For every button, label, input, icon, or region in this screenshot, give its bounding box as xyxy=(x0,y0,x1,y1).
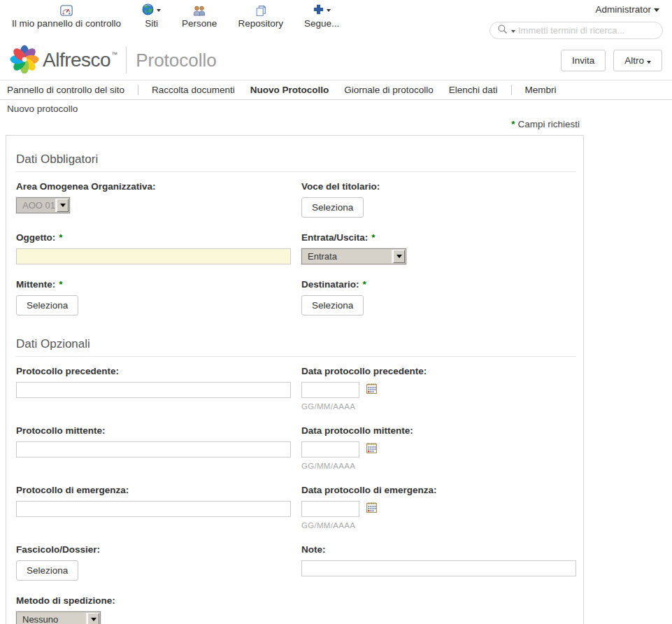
dashboard-icon xyxy=(60,3,73,18)
calendar-icon[interactable] xyxy=(366,383,378,397)
protocollo-precedente-input[interactable] xyxy=(16,382,291,398)
tab-elenchi-dati[interactable]: Elenchi dati xyxy=(441,85,506,95)
data-protocollo-emergenza-label: Data protocollo di emergenza: xyxy=(301,485,576,495)
protocol-form: Dati Obbligatori Area Omogenea Organizza… xyxy=(6,135,584,624)
protocollo-emergenza-input[interactable] xyxy=(16,501,291,517)
voce-titolario-label: Voce del titolario: xyxy=(301,181,576,192)
toolbar-following-label: Segue... xyxy=(304,18,339,29)
field-note: Note: xyxy=(301,544,576,576)
aoo-label: Area Omogenea Organizzativa: xyxy=(16,181,301,192)
user-menu[interactable]: Administrator xyxy=(595,4,659,15)
alfresco-logo: Alfresco ™ xyxy=(10,44,117,76)
more-caret-icon xyxy=(647,61,651,66)
more-button[interactable]: Altro xyxy=(613,50,662,71)
data-protocollo-mittente-input[interactable] xyxy=(301,441,359,458)
data-protocollo-mittente-label: Data protocollo mittente: xyxy=(301,425,576,436)
oggetto-input[interactable] xyxy=(16,248,291,264)
alfresco-flower-icon xyxy=(10,44,39,76)
user-menu-caret-icon xyxy=(654,8,659,15)
dropdown-arrow-icon[interactable] xyxy=(87,613,99,624)
tab-site-dashboard[interactable]: Pannello di controllo del sito xyxy=(7,85,132,95)
required-star-icon: * xyxy=(363,279,366,290)
site-nav: Pannello di controllo del sito Raccolta … xyxy=(0,80,672,100)
calendar-icon[interactable] xyxy=(366,442,378,457)
title-actions: Invita Altro xyxy=(561,50,662,71)
required-star-icon: * xyxy=(59,232,62,243)
protocollo-mittente-label: Protocollo mittente: xyxy=(16,425,301,436)
toolbar-repository-label: Repository xyxy=(238,18,283,29)
fascicolo-seleziona-button[interactable]: Seleziona xyxy=(16,560,78,581)
required-star-icon: * xyxy=(59,279,62,290)
field-mittente: Mittente:* Seleziona xyxy=(16,279,301,315)
data-protocollo-precedente-label: Data protocollo precedente: xyxy=(301,366,576,376)
field-data-protocollo-precedente: Data protocollo precedente: xyxy=(301,366,576,411)
metodo-spedizione-label: Metodo di spedizione: xyxy=(16,595,301,606)
entrata-uscita-select[interactable]: Entrata xyxy=(301,248,406,264)
repository-icon xyxy=(255,3,267,18)
protocollo-mittente-input[interactable] xyxy=(16,441,291,458)
field-protocollo-precedente: Protocollo precedente: xyxy=(16,366,301,398)
sites-globe-icon xyxy=(142,3,154,18)
toolbar-people[interactable]: Persone xyxy=(182,3,217,29)
metodo-spedizione-select[interactable]: Nessuno xyxy=(16,611,101,624)
field-data-protocollo-emergenza: Data protocollo di emergenza: xyxy=(301,485,576,530)
field-protocollo-mittente: Protocollo mittente: xyxy=(16,425,301,458)
alfresco-brand-text: Alfresco xyxy=(43,49,110,71)
sites-caret-icon xyxy=(157,9,161,14)
invite-button[interactable]: Invita xyxy=(561,50,606,71)
field-fascicolo-dossier: Fascicolo/Dossier: Seleziona xyxy=(16,544,301,581)
tab-giornale-protocollo[interactable]: Giornale di protocollo xyxy=(336,85,441,95)
nav-divider xyxy=(138,85,138,95)
app-toolbar: Il mio pannello di controllo Siti xyxy=(0,0,672,41)
aoo-select[interactable]: AOO 01 xyxy=(16,197,70,213)
data-protocollo-emergenza-input[interactable] xyxy=(301,501,359,517)
site-title: Protocollo xyxy=(136,50,217,71)
user-menu-label: Administrator xyxy=(595,4,651,15)
field-destinatario: Destinatario:* Seleziona xyxy=(301,279,576,315)
tab-membri[interactable]: Membri xyxy=(517,85,564,95)
search-icon[interactable] xyxy=(497,24,508,38)
field-protocollo-emergenza: Protocollo di emergenza: xyxy=(16,485,301,517)
destinatario-label: Destinatario: xyxy=(301,279,359,290)
note-label: Note: xyxy=(301,544,576,555)
dropdown-arrow-icon[interactable] xyxy=(57,199,69,212)
date-format-hint: GG/MM/AAAA xyxy=(301,462,576,470)
dropdown-arrow-icon[interactable] xyxy=(393,250,405,263)
search-input[interactable] xyxy=(518,25,655,36)
alfresco-trademark: ™ xyxy=(111,51,117,58)
search-box xyxy=(489,22,663,39)
search-caret-icon[interactable] xyxy=(511,30,515,35)
mittente-seleziona-button[interactable]: Seleziona xyxy=(16,295,78,315)
entrata-uscita-label: Entrata/Uscita: xyxy=(301,232,368,243)
section-dati-obbligatori: Dati Obbligatori xyxy=(16,153,576,172)
field-metodo-spedizione: Metodo di spedizione: Nessuno xyxy=(16,595,301,624)
data-protocollo-precedente-input[interactable] xyxy=(301,382,359,398)
people-icon xyxy=(192,3,206,18)
follow-plus-icon xyxy=(313,4,324,17)
required-fields-legend: *Campi richiesti xyxy=(6,114,584,135)
page-title: Nuovo protocollo xyxy=(0,100,672,114)
mittente-label: Mittente: xyxy=(16,279,55,290)
required-star-icon: * xyxy=(371,232,375,243)
destinatario-seleziona-button[interactable]: Seleziona xyxy=(301,295,364,315)
protocollo-precedente-label: Protocollo precedente: xyxy=(16,366,301,376)
voce-titolario-seleziona-button[interactable]: Seleziona xyxy=(301,197,364,218)
following-caret-icon xyxy=(327,9,331,14)
tab-nuovo-protocollo[interactable]: Nuovo Protocollo xyxy=(243,85,337,95)
oggetto-label: Oggetto: xyxy=(16,232,55,243)
toolbar-sites-menu[interactable]: Siti xyxy=(142,3,161,29)
calendar-icon[interactable] xyxy=(366,502,378,516)
toolbar-following-menu[interactable]: Segue... xyxy=(304,3,339,29)
date-format-hint: GG/MM/AAAA xyxy=(301,521,576,530)
field-oggetto: Oggetto:* xyxy=(16,232,301,264)
field-voce-titolario: Voce del titolario: Seleziona xyxy=(301,181,576,218)
toolbar-repository[interactable]: Repository xyxy=(238,3,283,29)
fascicolo-dossier-label: Fascicolo/Dossier: xyxy=(16,544,301,555)
protocollo-emergenza-label: Protocollo di emergenza: xyxy=(16,485,301,495)
toolbar-sites-label: Siti xyxy=(145,18,158,29)
toolbar-my-dashboard[interactable]: Il mio pannello di controllo xyxy=(12,3,121,29)
logo-divider xyxy=(126,47,127,73)
tab-document-library[interactable]: Raccolta documenti xyxy=(144,85,243,95)
note-input[interactable] xyxy=(301,560,576,576)
toolbar-my-dashboard-label: Il mio pannello di controllo xyxy=(12,18,121,29)
